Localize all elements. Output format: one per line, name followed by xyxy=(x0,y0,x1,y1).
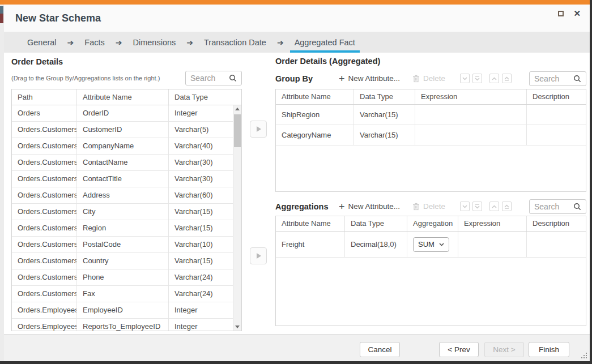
table-row[interactable]: CategoryName Varchar(15) xyxy=(276,125,586,145)
cell-path: Orders.Customers xyxy=(12,237,77,252)
column-header-expression[interactable]: Expression xyxy=(458,216,527,231)
table-row[interactable]: Orders.Customers City Varchar(15) xyxy=(12,204,241,220)
cancel-button[interactable]: Cancel xyxy=(360,342,400,357)
table-row[interactable]: Orders.Customers CompanyName Varchar(40) xyxy=(12,138,241,155)
cell-data-type: Varchar(30) xyxy=(169,171,233,187)
group-by-new-attribute-button[interactable]: + New Attribute... xyxy=(339,74,400,83)
source-search-box xyxy=(185,71,242,85)
table-row[interactable]: Orders.Customers PostalCode Varchar(10) xyxy=(12,237,241,253)
cell-data-type: Varchar(15) xyxy=(169,204,233,220)
column-header-description[interactable]: Description xyxy=(527,216,586,231)
table-row[interactable]: Orders.Customers Country Varchar(15) xyxy=(12,253,241,269)
column-header-data-type[interactable]: Data Type xyxy=(345,216,407,231)
source-panel-hint: (Drag to the Group By/Aggregations lists… xyxy=(11,75,160,82)
aggregations-move-down-controls xyxy=(460,202,482,211)
table-row[interactable]: Orders.Customers ContactName Varchar(30) xyxy=(12,155,241,171)
move-down-button[interactable] xyxy=(460,202,470,211)
cell-expression xyxy=(458,232,527,257)
table-row[interactable]: ShipRegion Varchar(15) xyxy=(276,105,586,125)
table-row[interactable]: Orders.Customers Fax Varchar(24) xyxy=(12,286,241,302)
move-up-button[interactable] xyxy=(489,202,499,211)
chevron-up-icon xyxy=(492,205,497,208)
next-button[interactable]: Next > xyxy=(484,342,524,357)
column-header-path[interactable]: Path xyxy=(12,89,77,105)
close-icon[interactable]: ✕ xyxy=(573,10,581,18)
cell-attribute-name: CategoryName xyxy=(276,125,354,145)
group-by-search-box xyxy=(529,71,586,86)
table-row[interactable]: Orders.Customers ContactTitle Varchar(30… xyxy=(12,171,241,187)
dialog-accent-bar xyxy=(0,0,590,5)
column-header-description[interactable]: Description xyxy=(527,89,586,104)
column-header-aggregation[interactable]: Aggregation xyxy=(407,216,458,231)
source-panel-title: Order Details xyxy=(11,57,63,66)
wizard-step-general[interactable]: General xyxy=(23,32,61,53)
table-row[interactable]: Orders.Customers CustomerID Varchar(5) xyxy=(12,122,241,138)
cell-path: Orders.Customers xyxy=(12,155,77,170)
cell-data-type: Varchar(60) xyxy=(169,187,233,203)
move-to-top-button[interactable] xyxy=(502,74,512,83)
bar-icon xyxy=(475,204,479,205)
source-table-body: Orders OrderID Integer Orders.Customers … xyxy=(12,105,241,331)
step-arrow-icon: ➔ xyxy=(277,32,284,53)
move-to-bottom-button[interactable] xyxy=(472,74,482,83)
move-to-top-button[interactable] xyxy=(502,202,512,211)
move-up-button[interactable] xyxy=(489,74,499,83)
prev-button[interactable]: < Prev xyxy=(439,342,479,357)
resize-grip[interactable] xyxy=(581,353,587,359)
cell-data-type: Varchar(5) xyxy=(169,122,233,138)
maximize-icon[interactable] xyxy=(558,11,564,16)
table-row[interactable]: Orders.Employees ReportsTo_EmployeeID In… xyxy=(12,319,241,331)
column-header-attribute-name[interactable]: Attribute Name xyxy=(276,216,345,231)
move-to-aggregations-button[interactable] xyxy=(250,247,267,264)
background-app-sliver xyxy=(0,5,4,361)
table-row[interactable]: Orders.Customers Region Varchar(15) xyxy=(12,220,241,237)
column-header-data-type[interactable]: Data Type xyxy=(169,89,233,105)
cell-data-type: Integer xyxy=(169,105,233,121)
column-header-data-type[interactable]: Data Type xyxy=(354,89,415,104)
cell-expression xyxy=(415,105,527,125)
move-down-button[interactable] xyxy=(460,74,470,83)
move-to-bottom-button[interactable] xyxy=(472,202,482,211)
table-row[interactable]: Orders.Customers Phone Varchar(24) xyxy=(12,269,241,286)
table-row[interactable]: Freight Decimal(18,0) SUM xyxy=(276,232,586,258)
wizard-step-aggregated-fact[interactable]: Aggregated Fact xyxy=(290,32,360,53)
move-to-group-by-button[interactable] xyxy=(250,121,267,138)
group-by-search-input[interactable] xyxy=(534,74,573,83)
finish-button[interactable]: Finish xyxy=(529,342,569,357)
aggregations-search-box xyxy=(529,199,586,214)
table-row[interactable]: Orders.Customers Address Varchar(60) xyxy=(12,187,241,204)
bar-icon xyxy=(505,208,509,209)
group-by-table-body: ShipRegion Varchar(15) CategoryName Varc… xyxy=(276,105,586,145)
scroll-down-icon[interactable] xyxy=(235,326,240,328)
vertical-scrollbar[interactable] xyxy=(233,105,241,331)
cell-attribute-name: CompanyName xyxy=(77,138,169,154)
cell-path: Orders.Customers xyxy=(12,269,77,285)
cell-attribute-name: ShipRegion xyxy=(276,105,354,125)
table-row[interactable]: Orders OrderID Integer xyxy=(12,105,241,122)
wizard-step-transaction-date[interactable]: Transaction Date xyxy=(199,32,271,53)
group-by-delete-button[interactable]: Delete xyxy=(412,74,445,83)
table-row[interactable]: Orders.Employees EmployeeID Integer xyxy=(12,302,241,319)
chevron-down-icon xyxy=(462,77,467,80)
cell-attribute-name: Phone xyxy=(77,269,169,285)
aggregations-move-up-controls xyxy=(489,202,512,211)
scroll-up-icon[interactable] xyxy=(235,108,240,110)
chevron-up-icon xyxy=(492,77,497,80)
aggregations-delete-button[interactable]: Delete xyxy=(412,202,445,211)
cell-path: Orders.Customers xyxy=(12,138,77,154)
column-header-expression[interactable]: Expression xyxy=(415,89,527,104)
wizard-step-facts[interactable]: Facts xyxy=(80,32,109,53)
step-arrow-icon: ➔ xyxy=(116,32,122,53)
scrollbar-thumb[interactable] xyxy=(234,114,241,147)
dialog-title: New Star Schema xyxy=(15,5,101,32)
source-search-input[interactable] xyxy=(190,74,229,83)
wizard-step-dimensions[interactable]: Dimensions xyxy=(129,32,181,53)
cell-path: Orders.Customers xyxy=(12,286,77,302)
column-header-attribute-name[interactable]: Attribute Name xyxy=(276,89,354,104)
aggregations-search-input[interactable] xyxy=(534,202,573,211)
cell-data-type: Integer xyxy=(169,302,233,318)
aggregation-select[interactable]: SUM xyxy=(413,237,449,252)
chevron-down-icon xyxy=(439,243,444,246)
aggregations-new-attribute-button[interactable]: + New Attribute... xyxy=(339,202,400,211)
column-header-attribute-name[interactable]: Attribute Name xyxy=(77,89,169,105)
